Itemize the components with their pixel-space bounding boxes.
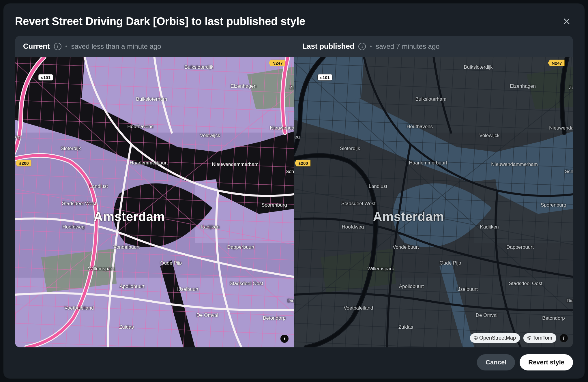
compare-header: Current i saved less than a minute ago L… [15,36,573,57]
info-icon[interactable]: i [560,334,568,342]
info-icon[interactable]: i [280,335,289,343]
current-subtitle: saved less than a minute ago [71,42,161,50]
dialog-header: Revert Street Driving Dark [Orbis] to la… [15,15,573,28]
close-icon [563,17,571,25]
cancel-button[interactable]: Cancel [477,354,515,370]
separator-dot [65,46,67,47]
map-pane-published[interactable]: © OpenStreetMap © TomTom i AmsterdamBuik… [294,57,573,347]
map-attribution: i [280,335,289,343]
map-pane-current[interactable]: i AmsterdamBuiksloterdijkElzenhagenZuBui… [15,57,294,347]
revert-style-button[interactable]: Revert style [520,354,573,370]
published-subtitle: saved 7 minutes ago [376,42,439,50]
info-icon[interactable]: i [358,43,366,50]
dialog-footer: Cancel Revert style [15,347,573,370]
current-title: Current [23,42,50,51]
compare-body: i AmsterdamBuiksloterdijkElzenhagenZuBui… [15,57,573,347]
map-surface [294,57,573,347]
info-icon[interactable]: i [54,43,61,50]
map-attribution: © OpenStreetMap © TomTom i [470,333,568,343]
dialog-title: Revert Street Driving Dark [Orbis] to la… [15,15,305,28]
published-title: Last published [302,42,355,51]
separator-dot [370,46,372,47]
attribution-tomtom[interactable]: © TomTom [523,333,556,343]
page-root: Revert Street Driving Dark [Orbis] to la… [0,0,588,382]
close-button[interactable] [560,15,573,28]
attribution-osm[interactable]: © OpenStreetMap [470,333,520,343]
compare-card: Current i saved less than a minute ago L… [15,36,573,347]
published-column-header: Last published i saved 7 minutes ago [294,36,573,57]
current-column-header: Current i saved less than a minute ago [15,36,294,57]
map-surface [15,57,294,347]
revert-style-dialog: Revert Street Driving Dark [Orbis] to la… [3,3,585,379]
